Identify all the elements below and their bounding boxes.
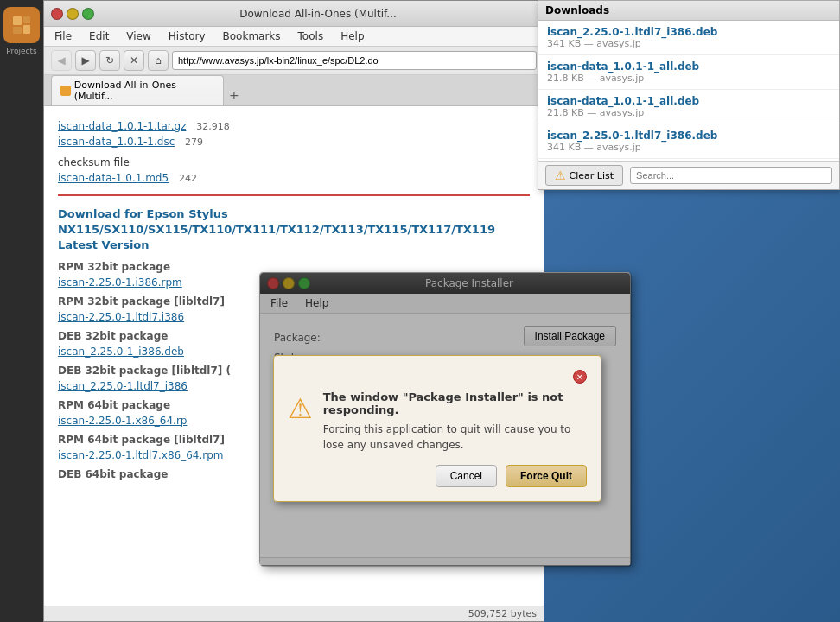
dialog-close-row: ✕ — [288, 370, 587, 384]
download-item-name-0: iscan_2.25.0-1.ltdl7_i386.deb — [547, 26, 830, 38]
dialog-body: ⚠ The window "Package Installer" is not … — [288, 390, 587, 453]
file-row-dsc: iscan-data_1.0.1-1.dsc 279 — [58, 136, 530, 148]
section-heading: Download for Epson Stylus NX115/SX110/SX… — [58, 206, 530, 254]
download-item-meta-0: 341 KB — avasys.jp — [547, 38, 830, 49]
download-panel-header: Downloads — [538, 1, 839, 21]
clear-list-label: Clear List — [570, 170, 614, 181]
status-bytes: 509,752 bytes — [468, 608, 537, 619]
menu-edit[interactable]: Edit — [86, 29, 112, 44]
file-link-rpm64-ltdl[interactable]: iscan-2.25.0-1.ltdl7.x86_64.rpm — [58, 449, 224, 461]
file-size-md5: 242 — [179, 173, 197, 184]
package-installer-window: Package Installer File Help Package: Ins… — [259, 272, 631, 566]
menu-history[interactable]: History — [165, 29, 209, 44]
forward-button[interactable]: ▶ — [75, 50, 96, 71]
stop-button[interactable]: ✕ — [124, 50, 144, 71]
download-item-name-1: iscan-data_1.0.1-1_all.deb — [547, 60, 830, 73]
svg-rect-2 — [23, 16, 30, 23]
titlebar-buttons — [51, 8, 94, 20]
file-size-dsc: 279 — [185, 136, 203, 148]
file-link-dsc[interactable]: iscan-data_1.0.1-1.dsc — [58, 136, 175, 148]
browser-menubar: File Edit View History Bookmarks Tools H… — [44, 27, 544, 47]
download-item-1[interactable]: iscan-data_1.0.1-1_all.deb 21.8 KB — ava… — [538, 55, 839, 90]
file-link-deb32[interactable]: iscan_2.25.0-1_i386.deb — [58, 346, 184, 358]
download-item-meta-1: 21.8 KB — avasys.jp — [547, 73, 830, 84]
menu-file[interactable]: File — [51, 29, 75, 44]
desktop: Projects Download All-in-Ones (Multif...… — [0, 0, 840, 622]
svg-rect-3 — [23, 25, 30, 34]
browser-toolbar: ◀ ▶ ↻ ✕ ⌂ — [44, 47, 544, 75]
add-tab-button[interactable]: + — [224, 85, 245, 105]
close-button[interactable] — [51, 8, 63, 20]
section-divider — [58, 194, 530, 196]
menu-view[interactable]: View — [123, 29, 154, 44]
download-item-name-3: iscan_2.25.0-1.ltdl7_i386.deb — [547, 130, 830, 142]
download-item-meta-2: 21.8 KB — avasys.jp — [547, 107, 830, 118]
force-quit-button[interactable]: Force Quit — [506, 465, 587, 487]
menu-help[interactable]: Help — [337, 29, 367, 44]
file-size-tar: 32,918 — [196, 121, 230, 132]
dialog-text-block: The window "Package Installer" is not re… — [323, 390, 587, 453]
cancel-button[interactable]: Cancel — [436, 465, 497, 487]
download-item-name-2: iscan-data_1.0.1-1_all.deb — [547, 95, 830, 107]
download-panel: Downloads iscan_2.25.0-1.ltdl7_i386.deb … — [538, 0, 840, 190]
menu-tools[interactable]: Tools — [295, 29, 328, 44]
file-link-rpm32-ltdl[interactable]: iscan-2.25.0-1.ltdl7.i386 — [58, 311, 184, 323]
checksum-section: checksum file — [58, 156, 530, 168]
file-link-md5[interactable]: iscan-data-1.0.1.md5 — [58, 172, 169, 184]
clear-icon: ⚠ — [555, 168, 566, 182]
reload-button[interactable]: ↻ — [99, 50, 120, 71]
file-link-rpm64[interactable]: iscan-2.25.0-1.x86_64.rp — [58, 415, 187, 427]
warning-icon: ⚠ — [288, 392, 313, 425]
download-panel-title: Downloads — [545, 4, 609, 16]
browser-tabs: Download All-in-Ones (Multif... + — [44, 75, 544, 106]
tab-favicon — [60, 86, 71, 96]
back-button[interactable]: ◀ — [51, 50, 72, 71]
download-item-2[interactable]: iscan-data_1.0.1-1_all.deb 21.8 KB — ava… — [538, 90, 839, 124]
unity-launcher: Projects — [0, 0, 43, 622]
projects-label: Projects — [6, 47, 36, 55]
dialog-buttons: Cancel Force Quit — [288, 465, 587, 487]
download-search-input[interactable] — [630, 167, 832, 184]
tab-label: Download All-in-Ones (Multif... — [74, 79, 214, 102]
home-button[interactable]: ⌂ — [148, 50, 169, 71]
file-link-deb32-ltdl[interactable]: iscan_2.25.0-1.ltdl7_i386 — [58, 380, 188, 392]
download-panel-footer: ⚠ Clear List — [538, 161, 839, 189]
section-rpm32: RPM 32bit package — [58, 261, 530, 273]
address-bar[interactable] — [172, 51, 537, 70]
minimize-button[interactable] — [67, 8, 79, 20]
svg-rect-1 — [13, 27, 22, 34]
dialog-description: Forcing this application to quit will ca… — [323, 422, 587, 453]
launcher-icon-projects[interactable] — [3, 7, 40, 43]
not-responding-dialog: ✕ ⚠ The window "Package Installer" is no… — [273, 355, 601, 502]
tab-download[interactable]: Download All-in-Ones (Multif... — [51, 75, 224, 105]
download-item-3[interactable]: iscan_2.25.0-1.ltdl7_i386.deb 341 KB — a… — [538, 124, 839, 159]
browser-status-bar: 509,752 bytes — [44, 606, 544, 621]
file-link-tar[interactable]: iscan-data_1.0.1-1.tar.gz — [58, 120, 186, 132]
menu-bookmarks[interactable]: Bookmarks — [220, 29, 284, 44]
browser-title: Download All-in-Ones (Multif... — [99, 8, 537, 20]
dialog-title: The window "Package Installer" is not re… — [323, 390, 587, 416]
browser-titlebar: Download All-in-Ones (Multif... — [44, 1, 544, 27]
maximize-button[interactable] — [82, 8, 94, 20]
projects-icon — [10, 13, 34, 37]
download-item-meta-3: 341 KB — avasys.jp — [547, 142, 830, 153]
file-row-md5: iscan-data-1.0.1.md5 242 — [58, 172, 530, 184]
file-link-rpm32[interactable]: iscan-2.25.0-1.i386.rpm — [58, 276, 182, 289]
checksum-label: checksum file — [58, 156, 130, 168]
file-row-tar: iscan-data_1.0.1-1.tar.gz 32,918 — [58, 120, 530, 132]
svg-rect-0 — [13, 16, 22, 25]
download-item-0[interactable]: iscan_2.25.0-1.ltdl7_i386.deb 341 KB — a… — [538, 21, 839, 55]
download-list[interactable]: iscan_2.25.0-1.ltdl7_i386.deb 341 KB — a… — [538, 21, 839, 161]
clear-list-button[interactable]: ⚠ Clear List — [545, 165, 623, 186]
dialog-close-button[interactable]: ✕ — [573, 370, 587, 384]
